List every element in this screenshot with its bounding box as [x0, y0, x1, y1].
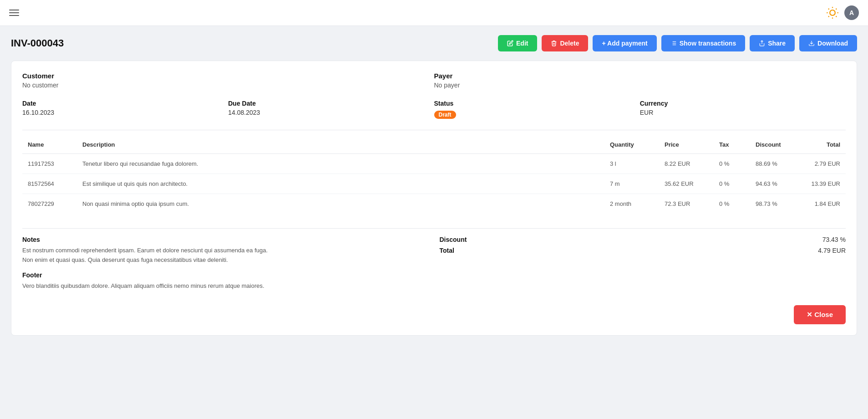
table-cell: 88.69 % — [750, 154, 800, 174]
delete-icon — [551, 40, 557, 46]
table-cell: 0 % — [714, 194, 750, 214]
col-quantity: Quantity — [604, 138, 659, 154]
footer-text: Vero blanditiis quibusdam dolore. Aliqua… — [22, 281, 429, 291]
col-tax: Tax — [714, 138, 750, 154]
discount-row: Discount 73.43 % — [440, 236, 846, 243]
svg-line-4 — [836, 16, 837, 17]
header-actions: Edit Delete + Add payment Show t — [498, 35, 857, 51]
table-cell: 3 l — [604, 154, 659, 174]
bottom-divider — [22, 228, 846, 229]
due-date-value: 14.08.2023 — [228, 109, 434, 116]
svg-point-0 — [830, 10, 835, 15]
table-cell: Est similique ut quis quis non architect… — [77, 174, 604, 194]
download-icon — [808, 40, 815, 46]
totals-section: Discount 73.43 % Total 4.79 EUR — [440, 236, 846, 291]
customer-payer-row: Customer No customer Payer No payer — [22, 72, 846, 89]
table-cell: 0 % — [714, 154, 750, 174]
payer-section: Payer No payer — [434, 72, 846, 89]
main-content: INV-000043 Edit Delete + Add payme — [0, 26, 868, 345]
table-cell: 0 % — [714, 174, 750, 194]
add-payment-button[interactable]: + Add payment — [593, 35, 656, 51]
items-table: Name Description Quantity Price Tax Disc… — [22, 138, 846, 214]
total-value: 4.79 EUR — [818, 247, 846, 254]
date-label: Date — [22, 100, 228, 107]
col-name: Name — [22, 138, 77, 154]
top-bar: A — [0, 0, 868, 26]
table-divider — [22, 130, 846, 130]
table-row: 78027229Non quasi minima optio quia ipsu… — [22, 194, 846, 214]
table-cell: 78027229 — [22, 194, 77, 214]
edit-button[interactable]: Edit — [498, 35, 537, 51]
date-status-row: Date 16.10.2023 Due Date 14.08.2023 Stat… — [22, 100, 846, 119]
close-button[interactable]: ✕ Close — [794, 305, 846, 324]
top-bar-left — [9, 10, 19, 16]
table-cell: 13.39 EUR — [800, 174, 846, 194]
table-row: 81572564Est similique ut quis quis non a… — [22, 174, 846, 194]
table-cell: 35.62 EUR — [659, 174, 714, 194]
edit-icon — [507, 40, 513, 46]
customer-section: Customer No customer — [22, 72, 434, 89]
show-transactions-button[interactable]: Show transactions — [661, 35, 745, 51]
notes-text: Est nostrum commodi reprehenderit ipsam.… — [22, 246, 429, 265]
currency-section: Currency EUR — [640, 100, 846, 119]
close-btn-wrap: ✕ Close — [22, 305, 846, 324]
avatar[interactable]: A — [844, 5, 859, 20]
bottom-section: Notes Est nostrum commodi reprehenderit … — [22, 236, 846, 291]
total-row: Total 4.79 EUR — [440, 247, 846, 254]
discount-value: 73.43 % — [822, 236, 846, 243]
svg-line-7 — [828, 16, 829, 17]
table-body: 11917253Tenetur libero qui recusandae fu… — [22, 154, 846, 214]
due-date-label: Due Date — [228, 100, 434, 107]
table-cell: 11917253 — [22, 154, 77, 174]
notes-section: Notes Est nostrum commodi reprehenderit … — [22, 236, 429, 291]
table-cell: 94.63 % — [750, 174, 800, 194]
table-cell: Tenetur libero qui recusandae fuga dolor… — [77, 154, 604, 174]
col-description: Description — [77, 138, 604, 154]
table-cell: 2 month — [604, 194, 659, 214]
date-value: 16.10.2023 — [22, 109, 228, 116]
total-label: Total — [440, 247, 454, 254]
currency-label: Currency — [640, 100, 846, 107]
theme-toggle-icon[interactable] — [826, 6, 839, 19]
date-section: Date 16.10.2023 — [22, 100, 228, 119]
footer-label: Footer — [22, 271, 429, 279]
top-bar-right: A — [826, 5, 859, 20]
download-button[interactable]: Download — [799, 35, 857, 51]
share-button[interactable]: Share — [750, 35, 795, 51]
status-label: Status — [434, 100, 640, 107]
invoice-card: Customer No customer Payer No payer Date… — [11, 61, 857, 336]
table-cell: 81572564 — [22, 174, 77, 194]
table-cell: 98.73 % — [750, 194, 800, 214]
table-cell: 72.3 EUR — [659, 194, 714, 214]
svg-line-3 — [828, 9, 829, 10]
transactions-icon — [670, 40, 677, 46]
table-cell: Non quasi minima optio quia ipsum cum. — [77, 194, 604, 214]
hamburger-menu[interactable] — [9, 10, 19, 16]
payer-label: Payer — [434, 72, 846, 80]
discount-label: Discount — [440, 236, 467, 243]
due-date-section: Due Date 14.08.2023 — [228, 100, 434, 119]
payer-value: No payer — [434, 82, 846, 89]
table-cell: 2.79 EUR — [800, 154, 846, 174]
table-cell: 8.22 EUR — [659, 154, 714, 174]
customer-value: No customer — [22, 82, 434, 89]
delete-button[interactable]: Delete — [542, 35, 588, 51]
table-cell: 7 m — [604, 174, 659, 194]
table-row: 11917253Tenetur libero qui recusandae fu… — [22, 154, 846, 174]
customer-label: Customer — [22, 72, 434, 80]
invoice-header: INV-000043 Edit Delete + Add payme — [11, 35, 857, 51]
status-badge: Draft — [434, 111, 456, 119]
col-total: Total — [800, 138, 846, 154]
col-price: Price — [659, 138, 714, 154]
status-section: Status Draft — [434, 100, 640, 119]
svg-line-8 — [836, 9, 837, 10]
table-cell: 1.84 EUR — [800, 194, 846, 214]
invoice-title: INV-000043 — [11, 37, 64, 49]
table-header: Name Description Quantity Price Tax Disc… — [22, 138, 846, 154]
notes-label: Notes — [22, 236, 429, 243]
currency-value: EUR — [640, 109, 846, 116]
share-icon — [759, 40, 765, 46]
col-discount: Discount — [750, 138, 800, 154]
